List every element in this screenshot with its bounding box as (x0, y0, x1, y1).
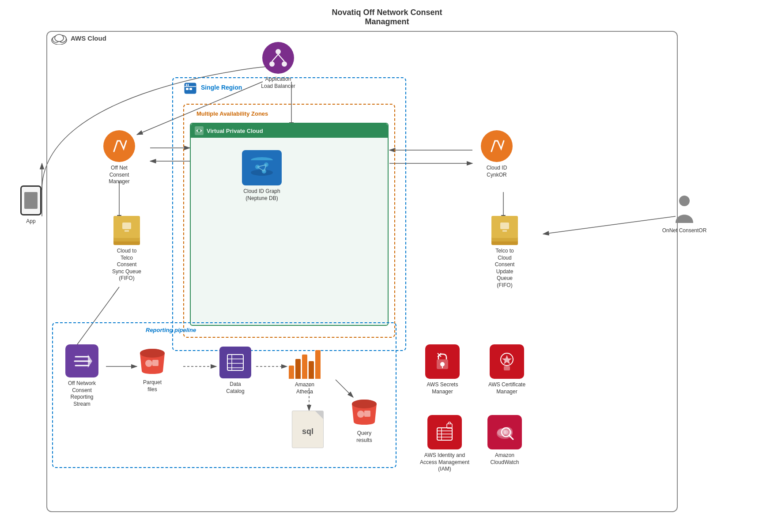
telco-to-cloud-queue-label: Telco toCloudConsentUpdateQueue(FIFO) (495, 248, 515, 289)
certificate-manager-icon (490, 344, 524, 379)
svg-marker-72 (502, 355, 512, 364)
off-net-lambda-icon (103, 130, 135, 162)
data-catalog-label: Data Catalog (226, 381, 244, 395)
svg-rect-73 (504, 366, 510, 370)
neptune-block: Cloud ID Graph(Neptune DB) (240, 150, 284, 202)
single-region-icon (184, 82, 197, 96)
query-results-label: Query results (356, 430, 372, 444)
iam-block: AWS Identity and Access Management (IAM) (416, 415, 473, 473)
svg-rect-56 (152, 360, 159, 366)
cloud-id-lambda-icon (481, 130, 513, 162)
athena-label: Amazon Athena (295, 381, 314, 395)
query-results-block: Query results (344, 397, 384, 444)
single-region-label: Single Region (201, 84, 242, 91)
sql-block: sql (288, 411, 328, 448)
cloud-id-cynkor-label: Cloud IDCynkOR (487, 165, 507, 178)
app-label: App (26, 218, 35, 225)
certificate-manager-label: AWS Certificate Manager (488, 381, 525, 395)
svg-rect-25 (189, 88, 192, 90)
reporting-stream-label: Off NetworkConsentReportingStream (68, 380, 96, 407)
svg-point-63 (352, 400, 377, 408)
svg-point-32 (251, 170, 273, 176)
cloud-id-cynkor-block: Cloud IDCynkOR (468, 130, 525, 178)
svg-line-42 (272, 54, 278, 61)
svg-point-41 (282, 61, 287, 67)
athena-block: Amazon Athena (283, 343, 327, 395)
svg-point-40 (269, 61, 275, 67)
secrets-manager-block: AWS Secrets Manager (416, 344, 469, 395)
cloudwatch-block: Amazon CloudWatch (478, 415, 531, 466)
svg-marker-52 (88, 355, 92, 368)
aws-cloud-label: AWS Cloud (71, 34, 106, 42)
cloudwatch-icon (487, 415, 522, 449)
svg-point-85 (504, 430, 508, 434)
kinesis-icon (65, 344, 98, 377)
reporting-pipeline-label: Reporting pipeline (146, 327, 196, 333)
svg-point-54 (140, 349, 165, 358)
app-block: App (13, 185, 49, 225)
athena-icon (287, 343, 322, 379)
query-results-icon (349, 397, 379, 427)
data-catalog-icon (219, 347, 251, 378)
cloud-to-telco-queue-label: Cloud toTelcoConsentSync Queue(FIFO) (112, 248, 141, 282)
data-catalog-block: Data Catalog (215, 347, 255, 395)
svg-rect-46 (500, 223, 509, 229)
reporting-stream-block: Off NetworkConsentReportingStream (57, 344, 107, 407)
svg-point-21 (55, 34, 64, 42)
off-net-consent-block: Off NetConsentManager (93, 130, 146, 185)
svg-rect-45 (125, 230, 129, 232)
iam-label: AWS Identity and Access Management (IAM) (420, 452, 469, 473)
cloud-to-telco-queue-block: Cloud toTelcoConsentSync Queue(FIFO) (98, 216, 155, 282)
svg-point-48 (679, 196, 690, 206)
parquet-icon (137, 347, 167, 377)
secrets-manager-label: AWS Secrets Manager (427, 381, 458, 395)
load-balancer-label: Application Load Balancer (261, 76, 295, 90)
svg-rect-47 (502, 230, 507, 232)
diagram-title: Novatiq Off Network Consent Managment (0, 0, 774, 31)
onnet-consent-label: OnNet ConsentOR (662, 227, 707, 234)
svg-line-43 (278, 54, 284, 61)
svg-rect-24 (186, 88, 189, 90)
iam-icon (427, 415, 462, 449)
load-balancer-block: Application Load Balancer (254, 42, 302, 90)
svg-point-64 (357, 411, 364, 418)
load-balancer-icon (262, 42, 294, 74)
svg-point-39 (276, 49, 281, 54)
secrets-manager-icon (425, 344, 460, 379)
certificate-manager-block: AWS Certificate Manager (478, 344, 536, 395)
svg-point-55 (145, 360, 152, 367)
telco-to-cloud-queue-icon (489, 216, 520, 245)
svg-rect-44 (122, 223, 131, 229)
cloudwatch-label: Amazon CloudWatch (491, 452, 519, 466)
aws-cloud-icon (51, 32, 68, 45)
svg-rect-65 (364, 411, 370, 417)
onnet-consent-block: OnNet ConsentOR (658, 194, 711, 234)
telco-to-cloud-queue-block: Telco toCloudConsentUpdateQueue(FIFO) (476, 216, 533, 289)
parquet-block: Parquet files (132, 347, 172, 393)
svg-point-67 (440, 362, 445, 366)
person-icon (673, 194, 695, 225)
cloud-to-telco-queue-icon (111, 216, 142, 245)
vpc-box (190, 123, 389, 326)
sql-icon: sql (292, 411, 324, 448)
app-phone-icon (20, 185, 42, 215)
parquet-label: Parquet files (143, 379, 162, 393)
multi-az-label: Multiple Availability Zones (196, 109, 268, 117)
off-net-consent-label: Off NetConsentManager (109, 165, 129, 185)
